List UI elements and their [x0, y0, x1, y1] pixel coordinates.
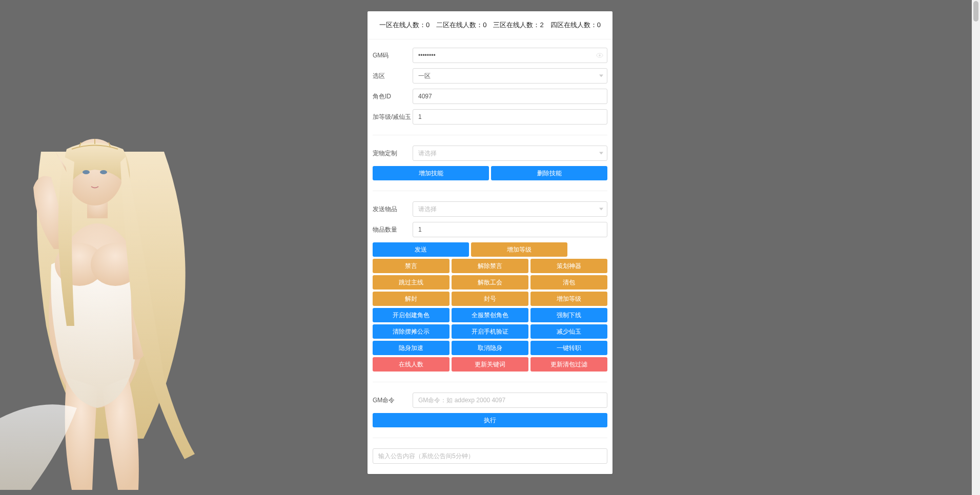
svg-point-1: [55, 243, 104, 286]
level-jade-input[interactable]: [413, 109, 607, 125]
add-skill-button[interactable]: 增加技能: [373, 166, 489, 180]
zone-select[interactable]: 一区: [413, 68, 607, 84]
send-item-label: 发送物品: [373, 205, 413, 214]
divider: [373, 135, 607, 135]
update-keywords-button[interactable]: 更新关键词: [452, 357, 528, 372]
eye-icon[interactable]: [596, 52, 603, 59]
send-item-select[interactable]: 请选择: [413, 201, 607, 217]
server-ban-create-button[interactable]: 全服禁创角色: [452, 308, 528, 322]
skip-main-button[interactable]: 跳过主线: [373, 275, 450, 290]
admin-panel: 一区在线人数：0 二区在线人数：0 三区在线人数：2 四区在线人数：0 GM码 …: [368, 11, 612, 474]
clear-bag-button[interactable]: 清包: [530, 275, 607, 290]
update-bag-filter-button[interactable]: 更新清包过滤: [530, 357, 607, 372]
gm-command-label: GM命令: [373, 396, 413, 405]
item-count-input[interactable]: [413, 222, 607, 237]
delete-skill-button[interactable]: 删除技能: [491, 166, 607, 180]
divider: [373, 438, 607, 438]
level-jade-label: 加等级/减仙玉: [373, 113, 413, 121]
scrollbar-track[interactable]: [972, 0, 980, 495]
gm-code-input[interactable]: [413, 48, 607, 63]
cancel-stealth-button[interactable]: 取消隐身: [452, 341, 528, 355]
svg-rect-3: [87, 193, 108, 218]
zone-label: 选区: [373, 72, 413, 80]
open-phone-verify-button[interactable]: 开启手机验证: [452, 324, 528, 339]
pet-custom-label: 宠物定制: [373, 149, 413, 158]
svg-point-6: [100, 170, 107, 174]
role-id-input[interactable]: [413, 89, 607, 104]
one-click-job-button[interactable]: 一键转职: [530, 341, 607, 355]
gm-code-label: GM码: [373, 51, 413, 60]
svg-point-4: [67, 139, 123, 205]
divider: [373, 191, 607, 191]
force-offline-button[interactable]: 强制下线: [530, 308, 607, 322]
execute-button[interactable]: 执行: [373, 413, 607, 427]
divider: [373, 382, 607, 382]
online-stats-header: 一区在线人数：0 二区在线人数：0 三区在线人数：2 四区在线人数：0: [368, 11, 612, 39]
stealth-speed-button[interactable]: 隐身加速: [373, 341, 450, 355]
svg-point-2: [91, 243, 140, 286]
send-button[interactable]: 发送: [373, 242, 469, 257]
gm-command-input[interactable]: [413, 393, 607, 408]
character-image: [0, 121, 205, 495]
online-count-button[interactable]: 在线人数: [373, 357, 450, 372]
announcement-input[interactable]: [373, 448, 607, 464]
add-level-button[interactable]: 增加等级: [471, 242, 567, 257]
role-id-label: 角色ID: [373, 92, 413, 101]
disband-guild-button[interactable]: 解散工会: [452, 275, 528, 290]
plan-artifact-button[interactable]: 策划神器: [530, 259, 607, 273]
seal-button[interactable]: 封号: [452, 292, 528, 306]
clear-stall-button[interactable]: 清除摆摊公示: [373, 324, 450, 339]
unban-chat-button[interactable]: 解除禁言: [452, 259, 528, 273]
pet-custom-select[interactable]: 请选择: [413, 146, 607, 161]
open-create-role-button[interactable]: 开启创建角色: [373, 308, 450, 322]
svg-point-8: [599, 54, 601, 56]
ban-chat-button[interactable]: 禁言: [373, 259, 450, 273]
add-level2-button[interactable]: 增加等级: [530, 292, 607, 306]
unseal-button[interactable]: 解封: [373, 292, 450, 306]
reduce-jade-button[interactable]: 减少仙玉: [530, 324, 607, 339]
svg-point-5: [83, 170, 90, 174]
item-count-label: 物品数量: [373, 225, 413, 234]
scrollbar-thumb[interactable]: [973, 1, 978, 22]
svg-point-0: [49, 223, 146, 408]
